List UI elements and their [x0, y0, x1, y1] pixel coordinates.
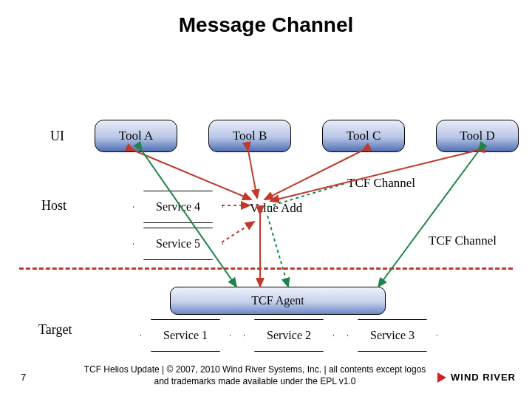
- svg-line-2: [265, 151, 362, 200]
- value-add-label: Value Add: [250, 201, 302, 216]
- tool-d: Tool D: [436, 120, 519, 152]
- row-label-host: Host: [41, 198, 66, 214]
- tool-b: Tool B: [208, 120, 291, 152]
- slide-title: Message Channel: [0, 13, 532, 37]
- row-label-ui: UI: [50, 129, 64, 144]
- tcf-channel-label-1: TCF Channel: [347, 176, 415, 191]
- service-2: Service 2: [244, 319, 334, 352]
- tool-a: Tool A: [95, 120, 177, 152]
- boundary-line: [19, 267, 513, 270]
- page-number: 7: [21, 372, 26, 383]
- tcf-channel-label-2: TCF Channel: [429, 233, 497, 248]
- svg-line-1: [248, 151, 257, 198]
- logo-text: WIND RIVER: [451, 372, 516, 383]
- footer-text: TCF Helios Update | © 2007, 2010 Wind Ri…: [81, 364, 429, 387]
- service-3: Service 3: [347, 319, 437, 352]
- svg-line-9: [267, 216, 288, 287]
- row-label-target: Target: [38, 322, 72, 338]
- slide: Message Channel UI Host Target Tool A To…: [0, 0, 532, 399]
- tool-c: Tool C: [322, 120, 405, 152]
- service-4: Service 4: [133, 191, 223, 223]
- svg-line-6: [222, 222, 254, 242]
- service-1: Service 1: [140, 319, 231, 352]
- svg-line-7: [378, 151, 479, 287]
- windriver-logo: WIND RIVER: [437, 372, 516, 383]
- service-5: Service 5: [133, 228, 223, 260]
- logo-triangle-icon: [437, 372, 446, 383]
- tcf-agent: TCF Agent: [170, 287, 386, 315]
